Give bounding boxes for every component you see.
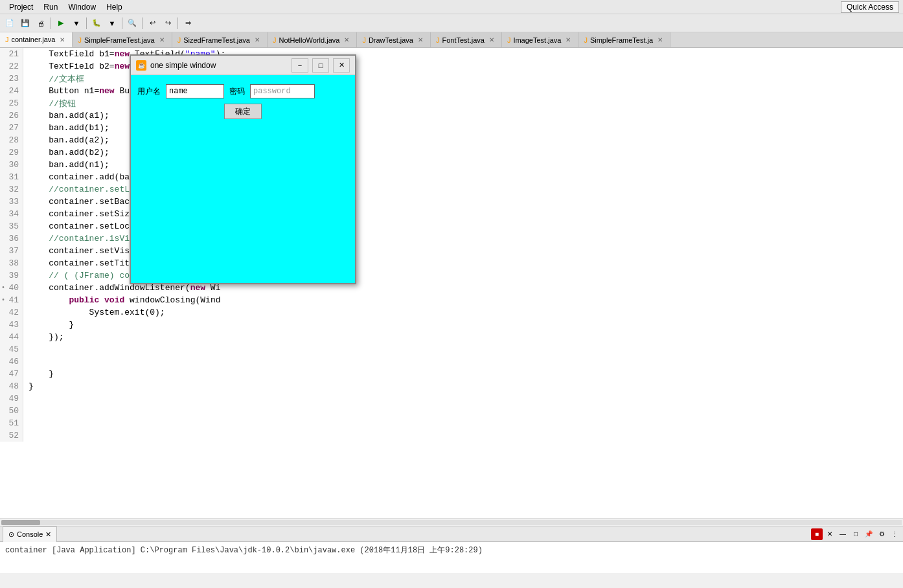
console-minimize-button[interactable]: — [837,528,849,540]
horizontal-scrollbar[interactable] [0,518,903,526]
ln-51: 51 [0,417,23,429]
tab-simpleframetest2[interactable]: J SimpleFrameTest.ja ✕ [578,32,670,47]
toolbar-separator-1 [51,17,51,29]
console-settings-button[interactable]: ⚙ [876,528,887,540]
console-stop-button[interactable]: ■ [811,528,823,540]
tab-drawtest[interactable]: J DrawTest.java ✕ [357,32,431,47]
code-line-49 [23,392,903,405]
ln-45: 45 [0,343,23,356]
tab-sizedframetest[interactable]: J SizedFrameTest.java ✕ [172,32,268,47]
toolbar: 📄 💾 🖨 ▶ ▼ 🐛 ▼ 🔍 ↩ ↪ ⇒ [0,14,903,32]
tab-bar: J container.java ✕ J SimpleFrameTest.jav… [0,32,903,48]
toolbar-undo-icon[interactable]: ↩ [145,16,159,30]
tab-close-4[interactable]: ✕ [416,36,425,45]
tab-icon-7: J [584,36,588,44]
tab-close-3[interactable]: ✕ [342,36,351,45]
ln-49: 49 [0,392,23,405]
toolbar-redo-icon[interactable]: ↪ [161,16,175,30]
ln-24: 24 [0,85,23,97]
tab-icon-1: J [78,36,82,44]
toolbar-run-dropdown[interactable]: ▼ [69,16,84,30]
ln-38: 38 [0,257,23,269]
console-tab-icon: ⊙ [8,530,14,539]
toolbar-run-icon[interactable]: ▶ [54,16,68,30]
tab-label-0: container.java [12,36,56,43]
menu-window[interactable]: Window [63,1,101,13]
username-input[interactable] [166,84,224,98]
bottom-area: ⊙ Console ✕ ■ ✕ — □ 📌 ⚙ ⋮ container [Jav… [0,526,903,572]
code-line-44: }); [23,331,903,343]
toolbar-save-icon[interactable]: 💾 [18,16,32,30]
console-pin-button[interactable]: 📌 [863,528,874,540]
tab-close-2[interactable]: ✕ [253,36,262,45]
tab-icon-3: J [273,36,277,44]
ln-21: 21 [0,48,23,60]
ln-28: 28 [0,134,23,146]
console-tab-label: Console [17,530,43,538]
quick-access-button[interactable]: Quick Access [841,1,899,13]
ln-43: 43 [0,319,23,331]
code-line-47: } [23,368,903,380]
tab-label-6: ImageTest.java [513,36,561,44]
ln-34: 34 [0,208,23,220]
console-tab-bar: ⊙ Console ✕ ■ ✕ — □ 📌 ⚙ ⋮ [0,526,903,542]
tab-icon-0: J [5,36,9,43]
console-text: container [Java Application] C:\Program … [5,546,483,555]
tab-label-2: SizedFrameTest.java [183,36,250,44]
tab-icon-2: J [177,36,181,44]
java-close-button[interactable]: ✕ [333,58,350,73]
java-content: 用户名 密码 确定 [131,75,355,283]
tab-label-1: SimpleFrameTest.java [84,36,155,44]
console-close-button[interactable]: ✕ [824,528,836,540]
ln-31: 31 [0,171,23,183]
tab-close-6[interactable]: ✕ [564,36,573,45]
java-maximize-button[interactable]: □ [312,58,329,73]
tab-simpleframetest[interactable]: J SimpleFrameTest.java ✕ [73,32,172,47]
tab-container-java[interactable]: J container.java ✕ [0,32,73,47]
java-title-icon: ☕ [136,60,146,71]
menu-run[interactable]: Run [38,1,63,13]
tab-label-4: DrawTest.java [369,36,413,44]
toolbar-separator-5 [177,17,178,29]
code-line-48: } [23,380,903,392]
console-maximize-button[interactable]: □ [850,528,862,540]
tab-fonttest[interactable]: J FontTest.java ✕ [431,32,502,47]
ln-33: 33 [0,196,23,208]
tab-icon-4: J [362,36,366,44]
ln-48: 48 [0,380,23,392]
tab-imagetest[interactable]: J ImageTest.java ✕ [502,32,578,47]
ln-42: 42 [0,306,23,319]
toolbar-print-icon[interactable]: 🖨 [34,16,48,30]
tab-close-1[interactable]: ✕ [157,36,166,45]
toolbar-search-icon[interactable]: 🔍 [125,16,139,30]
password-input[interactable] [250,84,315,98]
h-scroll-thumb[interactable] [1,520,40,525]
toolbar-next-icon[interactable]: ⇒ [181,16,195,30]
tab-close-0[interactable]: ✕ [58,35,67,44]
ln-27: 27 [0,122,23,134]
java-title-bar: ☕ one simple window − □ ✕ [131,56,355,75]
h-scroll-track[interactable] [1,520,902,525]
console-tab-close[interactable]: ✕ [45,530,51,539]
toolbar-debug-icon[interactable]: 🐛 [89,16,104,30]
code-line-46 [23,356,903,368]
tab-icon-6: J [507,36,511,44]
ln-50: 50 [0,405,23,417]
console-tab[interactable]: ⊙ Console ✕ [3,526,57,542]
console-menu-button[interactable]: ⋮ [889,528,900,540]
toolbar-file-icon[interactable]: 📄 [3,16,17,30]
tab-nothelloworld[interactable]: J NotHelloWorld.java ✕ [268,32,357,47]
tab-close-5[interactable]: ✕ [487,36,496,45]
toolbar-separator-4 [142,17,143,29]
menu-project[interactable]: Project [4,1,38,13]
confirm-button[interactable]: 确定 [224,104,262,119]
ln-47: 47 [0,368,23,380]
toolbar-debug-dropdown[interactable]: ▼ [105,16,119,30]
code-line-41: public void windowClosing(Wind [23,294,903,306]
java-window-title: one simple window [150,61,288,70]
java-minimize-button[interactable]: − [291,58,308,73]
menu-help[interactable]: Help [101,1,128,13]
ln-37: 37 [0,245,23,257]
tab-close-7[interactable]: ✕ [656,36,665,45]
console-output: container [Java Application] C:\Program … [0,542,903,573]
